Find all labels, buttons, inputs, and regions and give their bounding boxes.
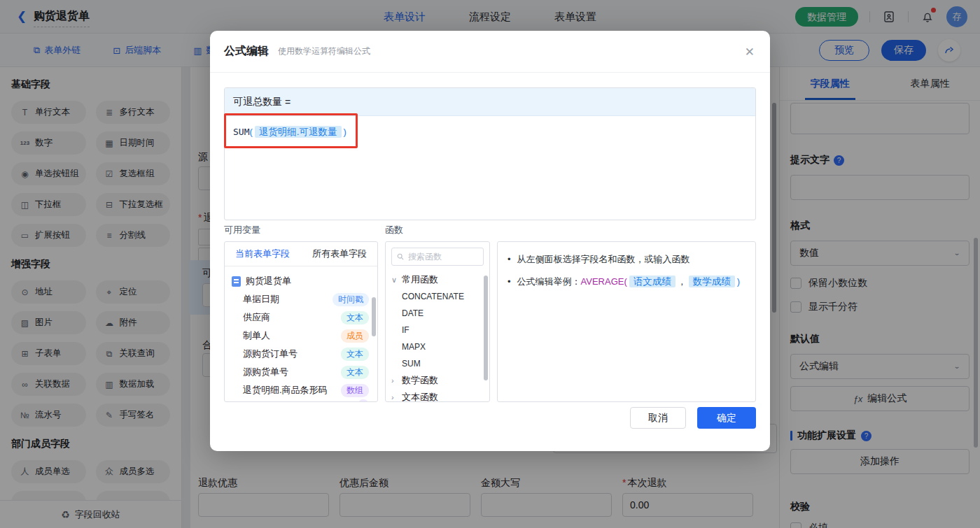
variable-item[interactable]: 退货明细.商品条形码数组 — [225, 381, 377, 399]
close-icon[interactable]: ✕ — [745, 45, 755, 59]
function-search[interactable] — [391, 248, 484, 266]
form-document-icon — [232, 276, 241, 287]
help-pane: •从左侧面板选择字段名和函数，或输入函数 • 公式编辑举例：AVERAGE(语文… — [497, 241, 756, 402]
function-item[interactable]: DATE — [386, 305, 489, 322]
function-item[interactable]: CONCATENATE — [386, 288, 489, 305]
formula-target: 可退总数量 = — [225, 88, 755, 116]
formula-function-name: SUM — [233, 127, 249, 137]
tree-collapsed-icon: › — [391, 376, 398, 385]
functions-pane-label: 函数 — [385, 224, 403, 236]
tree-expanded-icon: ∨ — [391, 276, 398, 285]
function-group-text[interactable]: ›文本函数 — [386, 389, 489, 402]
help-example: • 公式编辑举例：AVERAGE(语文成绩，数学成绩) — [507, 275, 746, 288]
type-badge: 成员 — [341, 329, 369, 343]
variables-pane: 当前表单字段 所有表单字段 购货退货单 单据日期时间戳 供应商文本 制单人成员 … — [224, 241, 378, 402]
tab-current-form-fields[interactable]: 当前表单字段 — [235, 248, 290, 260]
example-field-token: 语文成绩 — [629, 276, 676, 287]
formula-field-token[interactable]: 退货明细.可退数量 — [255, 126, 342, 138]
confirm-button[interactable]: 确定 — [697, 407, 756, 429]
modal-footer: 取消 确定 — [210, 411, 770, 451]
search-icon — [397, 252, 404, 261]
variables-scrollbar[interactable] — [372, 297, 376, 336]
type-badge: 文本 — [341, 366, 369, 379]
modal-subtitle: 使用数学运算符编辑公式 — [278, 45, 370, 57]
type-badge: 文本 — [341, 311, 369, 324]
variable-item[interactable]: 源购货订单号文本 — [225, 345, 377, 363]
tree-collapsed-icon: › — [391, 393, 398, 401]
variable-item-partial — [225, 399, 377, 402]
modal-header: 公式编辑 使用数学运算符编辑公式 ✕ — [210, 31, 770, 73]
example-field-token: 数学成绩 — [689, 276, 735, 287]
variables-pane-label: 可用变量 — [224, 224, 260, 236]
type-badge: 时间戳 — [332, 293, 369, 306]
variable-item[interactable]: 单据日期时间戳 — [225, 290, 377, 308]
cancel-button[interactable]: 取消 — [630, 407, 686, 429]
variable-tree-root[interactable]: 购货退货单 — [225, 272, 377, 290]
variable-item[interactable]: 制单人成员 — [225, 327, 377, 345]
function-item[interactable]: IF — [386, 322, 489, 338]
variable-item[interactable]: 供应商文本 — [225, 308, 377, 327]
formula-editor-modal: 公式编辑 使用数学运算符编辑公式 ✕ 可退总数量 = SUM(退货明细.可退数量… — [210, 31, 770, 451]
function-item[interactable]: MAPX — [386, 338, 489, 355]
formula-expression[interactable]: SUM(退货明细.可退数量) — [225, 116, 755, 148]
function-group-common[interactable]: ∨常用函数 — [386, 271, 489, 288]
tab-all-form-fields[interactable]: 所有表单字段 — [312, 248, 367, 260]
formula-editor[interactable]: 可退总数量 = SUM(退货明细.可退数量) — [224, 87, 756, 220]
modal-title: 公式编辑 — [224, 44, 269, 59]
help-tip: •从左侧面板选择字段名和函数，或输入函数 — [507, 252, 746, 266]
example-function-name: AVERAGE( — [581, 276, 627, 287]
variable-item[interactable]: 源购货单号文本 — [225, 363, 377, 381]
function-group-math[interactable]: ›数学函数 — [386, 372, 489, 389]
type-badge: 数组 — [341, 384, 369, 397]
function-item[interactable]: SUM — [386, 355, 489, 372]
function-search-input[interactable] — [408, 252, 478, 262]
type-badge: 文本 — [341, 348, 369, 361]
functions-scrollbar[interactable] — [484, 276, 488, 380]
functions-pane: ∨常用函数 CONCATENATE DATE IF MAPX SUM ›数学函数… — [385, 241, 490, 402]
